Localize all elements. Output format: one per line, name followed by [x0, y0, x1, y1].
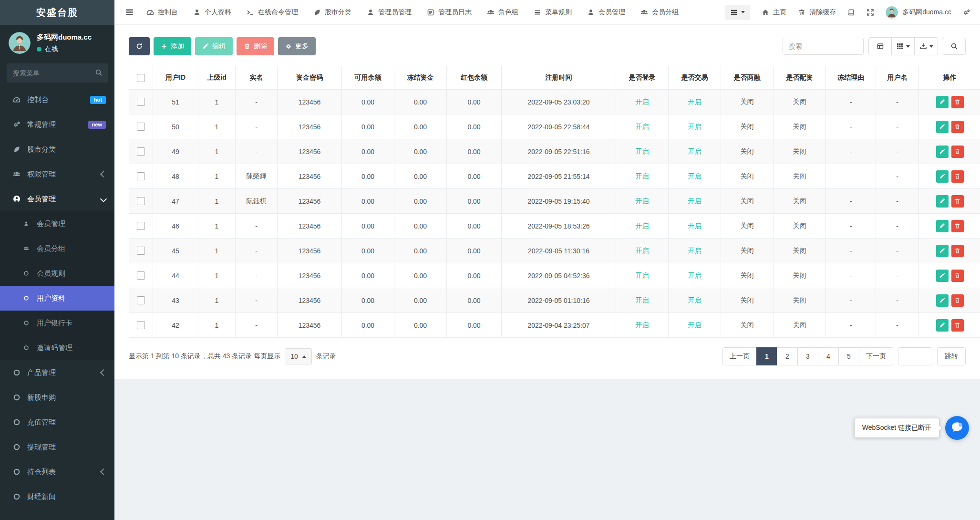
sidebar-item-10[interactable]: 邀请码管理: [0, 335, 114, 360]
row-checkbox[interactable]: [137, 222, 145, 230]
row-edit-button[interactable]: [936, 195, 949, 208]
sidebar-item-15[interactable]: 持仓列表: [0, 459, 114, 484]
nav-tab-5[interactable]: 管理员日志: [427, 8, 472, 17]
row-delete-button[interactable]: [951, 270, 964, 282]
sidebar-item-4[interactable]: 会员管理: [0, 187, 114, 211]
sidebar-item-14[interactable]: 提现管理: [0, 435, 114, 459]
select-all-checkbox[interactable]: [137, 74, 145, 82]
row-delete-button[interactable]: [951, 121, 964, 133]
row-edit-button[interactable]: [936, 121, 949, 133]
sidebar-search-input[interactable]: [7, 63, 108, 83]
delete-button[interactable]: 删除: [237, 37, 274, 55]
row-checkbox[interactable]: [137, 98, 145, 106]
row-edit-button[interactable]: [936, 319, 949, 332]
row-delete-button[interactable]: [951, 294, 964, 307]
row-checkbox[interactable]: [137, 247, 145, 255]
chat-button[interactable]: [945, 416, 969, 440]
page-button-5[interactable]: 5: [838, 347, 859, 365]
row-delete-button[interactable]: [951, 245, 964, 257]
sidebar-item-9[interactable]: 用户银行卡: [0, 311, 114, 335]
sidebar-item-12[interactable]: 新股申购: [0, 385, 114, 410]
home-link[interactable]: 主页: [762, 8, 786, 17]
edit-button[interactable]: 编辑: [195, 37, 233, 55]
cell-available: 0.00: [342, 239, 394, 263]
row-edit-button[interactable]: [936, 146, 949, 158]
row-checkbox[interactable]: [137, 172, 145, 180]
row-edit-button[interactable]: [936, 294, 949, 307]
cell-available: 0.00: [342, 114, 394, 139]
sidebar-item-7[interactable]: 会员规则: [0, 261, 114, 286]
cell-red_packet: 0.00: [447, 90, 502, 114]
row-delete-button[interactable]: [951, 319, 964, 332]
sidebar-item-8[interactable]: 用户资料: [0, 286, 114, 311]
delete-label: 删除: [254, 42, 267, 51]
row-delete-button[interactable]: [951, 96, 964, 108]
page-next-button[interactable]: 下一页: [859, 347, 893, 365]
sidebar-item-2[interactable]: 股市分类: [0, 137, 114, 162]
sidebar-item-11[interactable]: 产品管理: [0, 360, 114, 385]
row-checkbox[interactable]: [137, 147, 145, 156]
detail-view-button[interactable]: [869, 38, 892, 55]
search-button[interactable]: [943, 38, 966, 55]
clear-cache-button[interactable]: 清除缓存: [798, 8, 836, 17]
export-button[interactable]: [915, 38, 938, 55]
fullscreen-icon[interactable]: [867, 9, 874, 16]
cell-username: -: [876, 263, 919, 288]
sidebar-item-6[interactable]: 会员分组: [0, 236, 114, 261]
row-edit-button[interactable]: [936, 220, 949, 232]
circle-icon: [11, 369, 22, 376]
caret-down-icon: [741, 11, 745, 13]
gears-settings-icon[interactable]: [963, 9, 970, 16]
sidebar-item-5[interactable]: 会员管理: [0, 211, 114, 236]
row-edit-button[interactable]: [936, 245, 949, 257]
add-button[interactable]: 添加: [154, 37, 191, 55]
row-delete-button[interactable]: [951, 170, 964, 183]
page-button-3[interactable]: 3: [797, 347, 818, 365]
row-delete-button[interactable]: [951, 220, 964, 232]
row-checkbox[interactable]: [137, 321, 145, 329]
row-checkbox[interactable]: [137, 296, 145, 304]
row-checkbox[interactable]: [137, 271, 145, 280]
row-delete-button[interactable]: [951, 195, 964, 208]
row-delete-button[interactable]: [951, 146, 964, 158]
nav-tab-7[interactable]: 菜单规则: [534, 8, 572, 17]
user-icon: [587, 9, 595, 16]
more-button[interactable]: 更多: [278, 37, 316, 55]
nav-tab-2[interactable]: 在线命令管理: [247, 8, 298, 17]
nav-tab-0[interactable]: 控制台: [146, 8, 178, 17]
sidebar-toggle-icon[interactable]: [125, 8, 134, 17]
page-button-2[interactable]: 2: [777, 347, 798, 365]
nav-tab-4[interactable]: 管理员管理: [367, 8, 412, 17]
nav-tab-1[interactable]: 个人资料: [193, 8, 231, 17]
page-jump-input[interactable]: [898, 347, 932, 365]
sidebar-item-3[interactable]: 权限管理: [0, 162, 114, 187]
nav-tab-8[interactable]: 会员管理: [587, 8, 625, 17]
row-checkbox[interactable]: [137, 123, 145, 131]
page-prev-button[interactable]: 上一页: [722, 347, 757, 365]
sidebar-item-1[interactable]: 常规管理new: [0, 112, 114, 137]
cell-parent_id: 1: [198, 313, 236, 338]
row-edit-button[interactable]: [936, 96, 949, 108]
nav-tab-3[interactable]: 股市分类: [313, 8, 351, 17]
cell-freeze_reason: -: [826, 263, 876, 288]
page-button-1[interactable]: 1: [756, 347, 777, 365]
nav-tab-6[interactable]: 角色组: [487, 8, 518, 17]
sidebar-item-13[interactable]: 充值管理: [0, 410, 114, 435]
page-jump-button[interactable]: 跳转: [937, 347, 966, 365]
page-size-select[interactable]: 10: [285, 348, 312, 364]
table-row: 511-1234560.000.000.002022-09-05 23:03:2…: [129, 90, 980, 114]
tabs-dropdown-button[interactable]: [725, 5, 750, 20]
row-checkbox[interactable]: [137, 197, 145, 205]
nav-tab-9[interactable]: 会员分组: [640, 8, 679, 17]
row-edit-button[interactable]: [936, 270, 949, 282]
sidebar-item-0[interactable]: 控制台hot: [0, 87, 114, 112]
cell-available: 0.00: [342, 214, 394, 239]
refresh-button[interactable]: [129, 37, 150, 55]
columns-button[interactable]: [892, 38, 915, 55]
sidebar-item-16[interactable]: 财经新闻: [0, 484, 114, 509]
row-edit-button[interactable]: [936, 170, 949, 183]
page-button-4[interactable]: 4: [818, 347, 839, 365]
navbar-user-menu[interactable]: 多码网duoma.cc: [886, 6, 951, 19]
table-search-input[interactable]: [783, 38, 864, 55]
book-icon[interactable]: [847, 9, 855, 16]
